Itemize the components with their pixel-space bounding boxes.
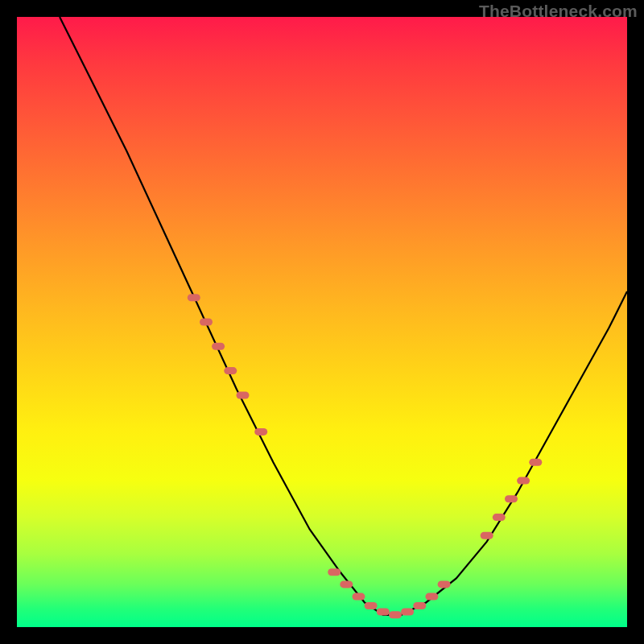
highlight-dot [401, 609, 414, 616]
highlight-dots-group [188, 294, 543, 618]
highlight-dot [377, 609, 390, 616]
highlight-dot [517, 477, 530, 485]
highlight-dot [328, 568, 341, 576]
highlight-dot [493, 514, 506, 521]
highlight-dot [224, 367, 237, 374]
highlight-dot [505, 495, 518, 502]
highlight-dot [481, 532, 493, 539]
highlight-dot [340, 580, 353, 588]
highlight-dot [438, 580, 451, 588]
highlight-dot [237, 392, 250, 399]
highlight-dot [254, 428, 267, 436]
highlight-dot [365, 602, 378, 609]
highlight-dot [529, 459, 542, 466]
plot-area [17, 17, 627, 627]
highlight-dot [413, 602, 426, 609]
highlight-dot [212, 343, 225, 350]
highlight-dot [389, 611, 402, 618]
outer-frame: TheBottleneck.com [0, 0, 644, 644]
bottleneck-curve [60, 17, 627, 615]
highlight-dot [188, 294, 200, 301]
watermark-text: TheBottleneck.com [479, 2, 638, 21]
highlight-dot [353, 593, 365, 601]
highlight-dot [425, 593, 438, 601]
chart-svg [17, 17, 627, 627]
highlight-dot [200, 319, 213, 326]
